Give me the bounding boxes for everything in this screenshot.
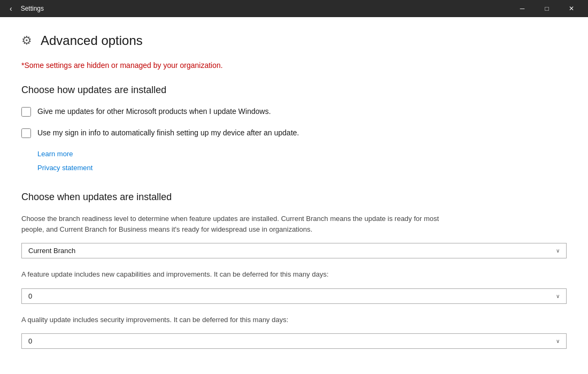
title-bar-left: ‹ Settings <box>6 2 44 15</box>
window-controls: ─ □ ✕ <box>510 0 584 17</box>
minimize-button[interactable]: ─ <box>510 0 535 17</box>
section2-title: Choose when updates are installed <box>21 192 567 203</box>
section2-desc: Choose the branch readiness level to det… <box>21 213 449 234</box>
page-header: ⚙ Advanced options <box>21 33 567 48</box>
quality-defer-dropdown-arrow-icon: ∨ <box>556 338 560 344</box>
feature-update-desc: A feature update includes new capabiliti… <box>21 269 449 280</box>
section1-title: Choose how updates are installed <box>21 85 567 96</box>
checkbox2-row: Use my sign in info to automatically fin… <box>21 128 567 139</box>
checkbox2-input[interactable] <box>21 128 31 138</box>
quality-defer-value: 0 <box>28 337 552 345</box>
branch-dropdown-value: Current Branch <box>28 247 552 255</box>
page-title: Advanced options <box>41 33 143 48</box>
close-button[interactable]: ✕ <box>559 0 584 17</box>
privacy-statement-link[interactable]: Privacy statement <box>37 164 92 172</box>
quality-update-desc: A quality update includes security impro… <box>21 315 449 325</box>
learn-more-row: Learn more <box>37 149 567 158</box>
quality-defer-dropdown[interactable]: 0 ∨ <box>21 333 567 349</box>
feature-defer-dropdown-arrow-icon: ∨ <box>556 293 560 299</box>
gear-icon: ⚙ <box>21 34 32 48</box>
window-title: Settings <box>21 5 44 12</box>
learn-more-link[interactable]: Learn more <box>37 150 73 158</box>
privacy-statement-row: Privacy statement <box>37 163 567 172</box>
branch-dropdown-arrow-icon: ∨ <box>556 248 560 254</box>
checkbox1-label[interactable]: Give me updates for other Microsoft prod… <box>37 106 271 117</box>
divider <box>21 181 567 192</box>
branch-dropdown[interactable]: Current Branch ∨ <box>21 243 567 258</box>
checkbox1-row: Give me updates for other Microsoft prod… <box>21 106 567 117</box>
checkbox1-input[interactable] <box>21 107 31 117</box>
feature-defer-value: 0 <box>28 292 552 300</box>
checkbox2-label[interactable]: Use my sign in info to automatically fin… <box>37 128 299 139</box>
org-notice: *Some settings are hidden or managed by … <box>21 61 567 70</box>
quality-section: A quality update includes security impro… <box>21 315 567 349</box>
feature-defer-dropdown[interactable]: 0 ∨ <box>21 288 567 304</box>
maximize-button[interactable]: □ <box>535 0 559 17</box>
back-button[interactable]: ‹ <box>6 2 16 15</box>
main-content: ⚙ Advanced options *Some settings are hi… <box>0 17 588 374</box>
title-bar: ‹ Settings ─ □ ✕ <box>0 0 588 17</box>
